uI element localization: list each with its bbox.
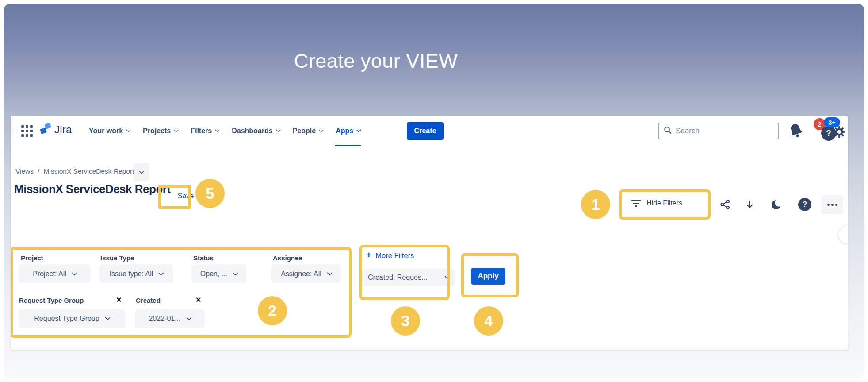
- breadcrumb: Views / MissionX ServiceDesk Report: [15, 167, 134, 175]
- share-icon: [719, 199, 731, 210]
- nav-item-dashboards[interactable]: Dashboards: [232, 116, 279, 146]
- chevron-down-icon: [319, 127, 324, 132]
- breadcrumb-separator: /: [38, 167, 39, 175]
- annotation-step-2: 2: [258, 296, 287, 325]
- share-button[interactable]: [717, 197, 733, 212]
- jira-logo-icon: [39, 123, 52, 137]
- dark-mode-button[interactable]: [769, 197, 784, 212]
- app-switcher-icon[interactable]: [21, 125, 33, 137]
- download-button[interactable]: [742, 197, 757, 212]
- chevron-down-icon: [275, 127, 280, 132]
- breadcrumb-report-link[interactable]: MissionX ServiceDesk Report: [43, 167, 134, 175]
- nav-item-people[interactable]: People: [293, 116, 322, 146]
- top-navbar: Jira Your work Projects Filters Dashboar…: [11, 116, 848, 146]
- banner-title: Create your VIEW: [0, 50, 752, 73]
- create-button[interactable]: Create: [407, 122, 444, 140]
- chevron-down-icon: [158, 270, 164, 276]
- filter-icon: [631, 200, 641, 207]
- save-button[interactable]: Save: [173, 188, 199, 205]
- jira-app-window: Jira Your work Projects Filters Dashboar…: [11, 116, 848, 350]
- page-title: MissionX ServiceDesk Report: [14, 182, 171, 196]
- chevron-down-icon: [444, 274, 450, 279]
- chevron-down-icon: [233, 270, 238, 276]
- nav-item-filters[interactable]: Filters: [191, 116, 218, 146]
- settings-gear-icon[interactable]: [832, 125, 846, 139]
- moon-icon: [770, 198, 783, 211]
- question-icon: ?: [798, 198, 811, 211]
- jira-logo[interactable]: Jira: [39, 123, 72, 137]
- status-filter-label: Status: [193, 254, 214, 262]
- annotation-step-3: 3: [391, 306, 420, 336]
- breadcrumb-views-link[interactable]: Views: [15, 167, 34, 175]
- nav-item-projects[interactable]: Projects: [143, 116, 177, 146]
- chevron-down-icon: [327, 270, 333, 276]
- more-filters-link[interactable]: + More Filters: [366, 251, 414, 260]
- search-box[interactable]: [658, 123, 779, 139]
- chevron-down-icon: [105, 315, 111, 320]
- status-filter-dropdown[interactable]: Open, ...: [191, 264, 246, 283]
- more-options-button[interactable]: [821, 195, 843, 214]
- assignee-filter-dropdown[interactable]: Assignee: All: [271, 264, 341, 283]
- breadcrumb-dropdown-button[interactable]: [134, 163, 149, 181]
- ellipsis-icon: [827, 204, 830, 206]
- apply-button[interactable]: Apply: [471, 268, 505, 285]
- request-type-group-dropdown[interactable]: Request Type Group: [19, 309, 125, 328]
- download-arrow-icon: [744, 199, 755, 210]
- search-icon: [663, 126, 672, 136]
- nav-menu: Your work Projects Filters Dashboards Pe…: [89, 116, 360, 146]
- project-filter-dropdown[interactable]: Project: All: [19, 264, 91, 283]
- remove-request-type-group-filter-button[interactable]: ✕: [116, 297, 122, 304]
- assignee-filter-label: Assignee: [273, 254, 302, 262]
- jira-logo-text: Jira: [54, 123, 72, 136]
- issue-type-filter-label: Issue Type: [100, 254, 134, 262]
- chevron-down-icon: [72, 270, 77, 276]
- remove-created-filter-button[interactable]: ✕: [195, 297, 201, 304]
- plus-icon: +: [366, 250, 371, 260]
- notifications-button[interactable]: [788, 122, 805, 140]
- chevron-down-icon: [215, 127, 220, 132]
- sidebar-collapse-handle[interactable]: [838, 225, 848, 244]
- nav-item-apps[interactable]: Apps: [336, 116, 360, 146]
- chevron-down-icon: [186, 315, 192, 320]
- request-type-group-filter-label: Request Type Group: [19, 297, 84, 304]
- created-date-dropdown[interactable]: 2022-01...: [135, 309, 205, 328]
- hide-filters-button[interactable]: Hide Filters: [625, 196, 688, 211]
- chevron-down-icon: [356, 127, 361, 132]
- chevron-down-icon: [126, 127, 131, 132]
- nav-item-your-work[interactable]: Your work: [89, 116, 130, 146]
- annotation-step-1: 1: [581, 190, 610, 219]
- project-filter-label: Project: [21, 254, 43, 262]
- issue-type-filter-dropdown[interactable]: Issue type: All: [99, 264, 173, 283]
- chevron-down-icon: [139, 169, 144, 174]
- chevron-down-icon: [174, 127, 179, 132]
- annotation-step-5: 5: [195, 179, 225, 208]
- help-circle-button[interactable]: ?: [797, 197, 813, 212]
- created-filter-label: Created: [136, 297, 161, 304]
- search-input[interactable]: [676, 127, 764, 135]
- annotation-step-4: 4: [474, 306, 503, 336]
- extra-filter-dropdown[interactable]: Created, Reques...: [362, 269, 455, 286]
